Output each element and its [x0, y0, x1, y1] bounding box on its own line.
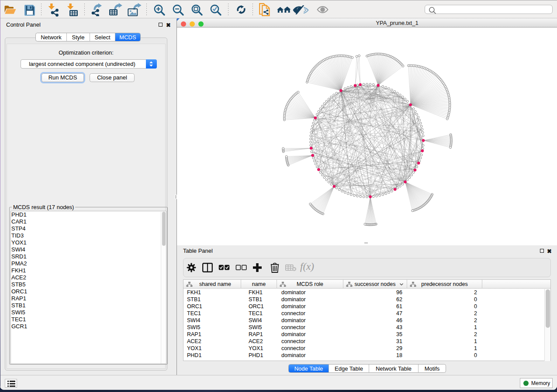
svg-text:f(x): f(x) — [300, 261, 314, 272]
